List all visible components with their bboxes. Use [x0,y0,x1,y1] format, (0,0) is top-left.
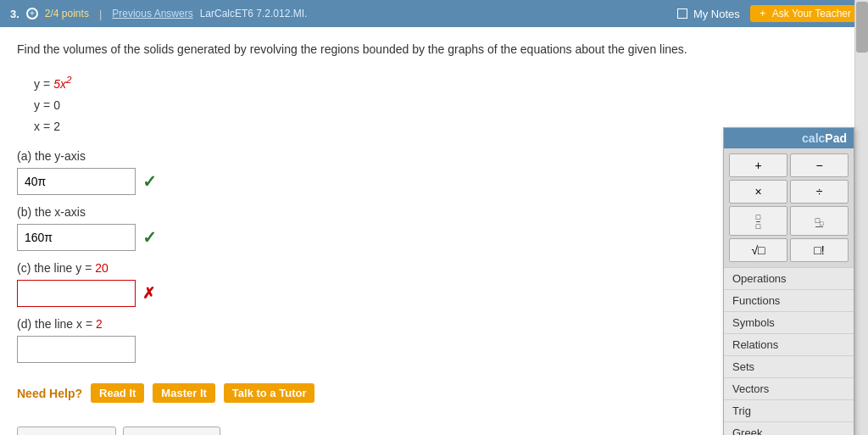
problem-statement: Find the volumes of the solids generated… [17,41,851,59]
calc-menu-trig[interactable]: Trig [724,400,854,422]
ask-teacher-button[interactable]: + Ask Your Teacher [750,5,858,22]
part-c-input[interactable] [17,280,136,307]
calc-minus-button[interactable]: − [790,153,849,177]
calc-menu-greek[interactable]: Greek [724,422,854,435]
calc-menu-vectors[interactable]: Vectors [724,378,854,400]
part-a-input[interactable] [17,168,136,195]
part-a-checkmark: ✓ [142,171,157,192]
calc-menu-sets[interactable]: Sets [724,356,854,378]
read-it-button[interactable]: Read It [91,383,144,403]
notes-square-icon [677,8,687,19]
calc-factorial-button[interactable]: □! [790,238,849,262]
calc-title-pad: Pad [825,131,847,145]
part-d-input[interactable] [17,336,136,363]
header-right-actions: My Notes + Ask Your Teacher [677,5,858,22]
scrollbar[interactable] [854,0,868,435]
calc-sqrt-button[interactable]: √□ [729,238,787,262]
equation-1: y = 5x2 [34,70,851,95]
calc-plus-button[interactable]: + [729,153,787,177]
calc-pad-header: calcPad [724,128,854,148]
scrollbar-thumb[interactable] [856,2,868,53]
points-icon: + [26,8,38,20]
header-bar: 3. + 2/4 points | Previous Answers LarCa… [0,0,868,27]
talk-to-tutor-button[interactable]: Talk to a Tutor [224,383,315,403]
calc-buttons-grid: + − × ÷ □ □ □□ √□ □! [724,148,854,267]
calc-divide-button[interactable]: ÷ [790,180,849,204]
part-b-input[interactable] [17,224,136,251]
part-b-checkmark: ✓ [142,227,157,248]
ask-teacher-plus-icon: + [757,8,769,20]
problem-id: LarCalcET6 7.2.012.MI. [200,8,308,20]
separator: | [99,8,102,20]
my-notes-link[interactable]: My Notes [677,8,740,20]
submit-answer-button[interactable]: Submit Answer [17,427,116,435]
part-c-highlight: 20 [95,261,108,275]
master-it-button[interactable]: Master It [153,383,214,403]
main-wrapper: 3. + 2/4 points | Previous Answers LarCa… [0,0,868,435]
need-help-label: Need Help? [17,387,82,400]
calc-multiply-button[interactable]: × [729,180,787,204]
points-label: 2/4 points [45,8,89,20]
equation-2: y = 0 [34,95,851,116]
question-number: 3. [10,8,19,20]
part-d-highlight: 2 [96,317,103,331]
save-progress-button[interactable]: Save Progress [123,427,220,435]
calc-title-calc: calc [802,131,825,145]
calc-pad-panel: calcPad + − × ÷ □ □ □□ [723,127,854,435]
previous-answers-link[interactable]: Previous Answers [112,8,192,20]
calc-menu-relations[interactable]: Relations [724,334,854,356]
part-c-xmark: ✗ [142,284,155,303]
calc-fraction-button[interactable]: □ □ [729,206,787,236]
calc-menu: Operations Functions Symbols Relations S… [724,267,854,435]
calc-menu-functions[interactable]: Functions [724,290,854,312]
calc-sub-fraction-button[interactable]: □□ [790,206,849,236]
calc-menu-operations[interactable]: Operations [724,268,854,290]
calc-menu-symbols[interactable]: Symbols [724,312,854,334]
